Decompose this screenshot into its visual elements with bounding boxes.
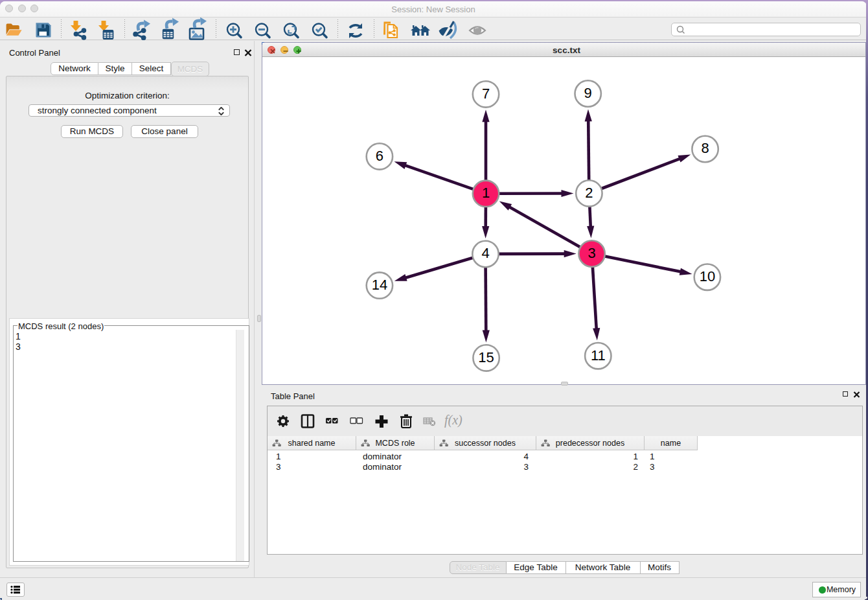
svg-text:15: 15	[478, 349, 494, 365]
svg-text:14: 14	[372, 277, 387, 293]
svg-text:4: 4	[481, 245, 489, 261]
svg-text:11: 11	[591, 347, 606, 363]
svg-text:6: 6	[376, 148, 383, 164]
svg-text:3: 3	[588, 245, 595, 261]
svg-text:10: 10	[700, 268, 715, 284]
svg-text:2: 2	[585, 185, 593, 201]
svg-text:8: 8	[701, 140, 709, 156]
svg-text:9: 9	[584, 85, 592, 101]
svg-text:7: 7	[482, 86, 490, 102]
svg-text:1: 1	[482, 185, 490, 201]
svg-text:f(x): f(x)	[444, 413, 463, 428]
